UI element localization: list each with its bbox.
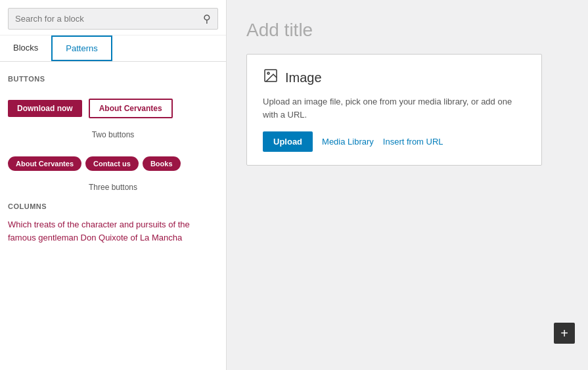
image-block-description: Upload an image file, pick one from your… [263,95,526,121]
insert-url-link[interactable]: Insert from URL [383,137,443,147]
column-preview-text: Which treats of the character and pursui… [8,218,218,244]
columns-section-label: COLUMNS [8,202,218,210]
books-pill[interactable]: Books [143,156,181,171]
contact-us-pill[interactable]: Contact us [85,156,139,171]
image-actions: Upload Media Library Insert from URL [263,131,526,152]
three-buttons-caption: Three buttons [8,183,218,192]
tabs-row: Blocks Patterns [0,35,226,62]
image-icon [263,68,279,87]
upload-button[interactable]: Upload [263,131,313,152]
add-block-button[interactable]: + [554,323,575,344]
blocks-content: BUTTONS Download now About Cervantes Two… [0,62,226,370]
buttons-section-label: BUTTONS [8,75,218,83]
search-input[interactable] [15,14,203,24]
editor-title-placeholder[interactable]: Add title [246,20,568,41]
image-block-title: Image [285,70,322,85]
image-block-header: Image [263,68,526,87]
search-area: ⚲ [0,0,226,35]
about-cervantes-pill[interactable]: About Cervantes [8,156,81,171]
two-buttons-caption: Two buttons [8,130,218,139]
svg-point-1 [267,72,269,74]
search-box: ⚲ [8,8,218,30]
download-now-button[interactable]: Download now [8,100,82,117]
tab-blocks[interactable]: Blocks [0,35,51,61]
search-icon: ⚲ [203,12,211,25]
tab-patterns[interactable]: Patterns [51,35,112,61]
two-buttons-preview: Download now About Cervantes [8,92,218,125]
right-panel: Add title Image Upload an image file, pi… [227,0,588,370]
media-library-link[interactable]: Media Library [322,137,374,147]
left-panel: ⚲ Blocks Patterns BUTTONS Download now A… [0,0,227,370]
three-buttons-preview: About Cervantes Contact us Books [8,150,218,177]
about-cervantes-button[interactable]: About Cervantes [89,99,173,118]
image-block: Image Upload an image file, pick one fro… [246,54,542,166]
